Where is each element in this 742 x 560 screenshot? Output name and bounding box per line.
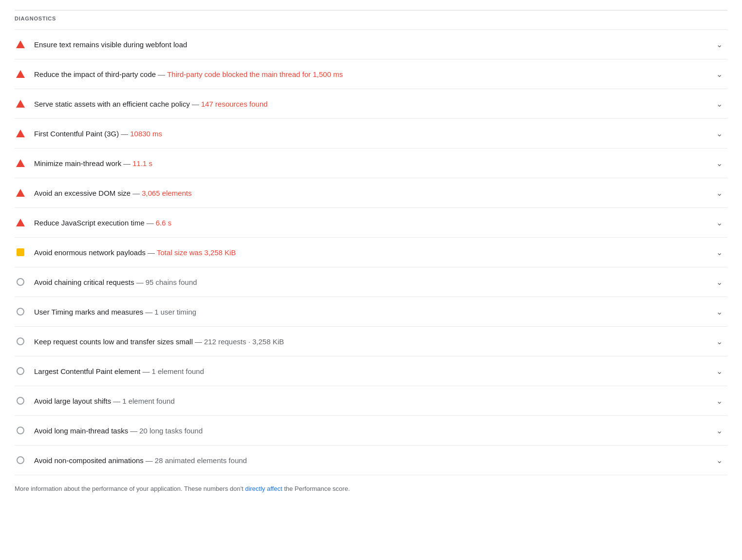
square-orange-icon-network-payloads [15,246,26,258]
chevron-icon-critical-requests[interactable]: ⌄ [716,278,723,287]
diagnostic-text-user-timing: User Timing marks and measures — 1 user … [34,308,196,316]
diagnostic-text-network-payloads: Avoid enormous network payloads — Total … [34,248,236,257]
triangle-red-icon-js-execution [15,217,26,228]
diagnostic-item-user-timing[interactable]: User Timing marks and measures — 1 user … [15,297,727,327]
footer-text-after: the Performance score. [282,485,350,492]
diagnostic-left-lcp: Largest Contentful Paint element — 1 ele… [15,365,708,377]
circle-gray-icon-lcp [15,365,26,377]
footer-link[interactable]: directly affect [245,485,282,492]
chevron-icon-main-thread[interactable]: ⌄ [716,159,723,168]
diagnostic-item-layout-shifts[interactable]: Avoid large layout shifts — 1 element fo… [15,386,727,416]
chevron-icon-request-counts[interactable]: ⌄ [716,337,723,346]
chevron-icon-webfont[interactable]: ⌄ [716,40,723,49]
diagnostic-label-layout-shifts: Avoid large layout shifts [34,397,111,405]
diagnostic-detail-network-payloads: Total size was 3,258 KiB [157,248,236,257]
diagnostic-label-lcp: Largest Contentful Paint element [34,367,140,375]
diagnostic-text-lcp: Largest Contentful Paint element — 1 ele… [34,367,204,375]
diagnostic-item-fcp[interactable]: First Contentful Paint (3G) — 10830 ms⌄ [15,119,727,149]
diagnostic-label-dom-size: Avoid an excessive DOM size [34,189,130,197]
diagnostic-item-main-thread[interactable]: Minimize main-thread work — 11.1 s⌄ [15,149,727,178]
chevron-icon-js-execution[interactable]: ⌄ [716,218,723,227]
diagnostic-separator-cache: — [192,100,199,108]
diagnostic-left-webfont: Ensure text remains visible during webfo… [15,38,708,50]
diagnostic-text-fcp: First Contentful Paint (3G) — 10830 ms [34,130,162,138]
diagnostic-detail-cache: 147 resources found [201,100,268,108]
diagnostic-left-third-party: Reduce the impact of third-party code — … [15,68,708,80]
triangle-red-icon-main-thread [15,157,26,169]
diagnostic-item-animations[interactable]: Avoid non-composited animations — 28 ani… [15,446,727,475]
triangle-red-icon-webfont [15,38,26,50]
diagnostics-section: DIAGNOSTICS Ensure text remains visible … [15,10,727,494]
diagnostic-separator-lcp: — [142,367,149,375]
diagnostic-left-user-timing: User Timing marks and measures — 1 user … [15,306,708,317]
diagnostic-separator-third-party: — [158,70,165,78]
diagnostic-detail-fcp: 10830 ms [130,130,162,138]
diagnostic-item-third-party[interactable]: Reduce the impact of third-party code — … [15,59,727,89]
diagnostic-item-dom-size[interactable]: Avoid an excessive DOM size — 3,065 elem… [15,178,727,208]
triangle-red-icon-third-party [15,68,26,80]
diagnostic-list: Ensure text remains visible during webfo… [15,29,727,475]
diagnostic-detail-animations: 28 animated elements found [155,456,247,465]
diagnostic-left-critical-requests: Avoid chaining critical requests — 95 ch… [15,276,708,288]
footer-text: More information about the performance o… [15,484,727,494]
section-title: DIAGNOSTICS [15,10,727,25]
diagnostic-label-user-timing: User Timing marks and measures [34,308,143,316]
diagnostic-separator-main-thread: — [123,159,130,168]
diagnostic-label-network-payloads: Avoid enormous network payloads [34,248,146,257]
diagnostic-separator-critical-requests: — [136,278,144,286]
diagnostic-separator-long-tasks: — [130,427,137,435]
circle-gray-icon-critical-requests [15,276,26,288]
diagnostic-separator-user-timing: — [145,308,152,316]
diagnostic-item-network-payloads[interactable]: Avoid enormous network payloads — Total … [15,238,727,267]
diagnostic-separator-request-counts: — [195,337,202,346]
diagnostic-left-network-payloads: Avoid enormous network payloads — Total … [15,246,708,258]
diagnostic-label-cache: Serve static assets with an efficient ca… [34,100,190,108]
diagnostic-detail-lcp: 1 element found [151,367,204,375]
diagnostic-left-animations: Avoid non-composited animations — 28 ani… [15,454,708,466]
chevron-icon-lcp[interactable]: ⌄ [716,367,723,376]
diagnostic-text-webfont: Ensure text remains visible during webfo… [34,40,187,49]
diagnostic-separator-fcp: — [121,130,128,138]
diagnostic-item-js-execution[interactable]: Reduce JavaScript execution time — 6.6 s… [15,208,727,238]
diagnostic-text-third-party: Reduce the impact of third-party code — … [34,70,343,78]
diagnostic-text-js-execution: Reduce JavaScript execution time — 6.6 s [34,219,171,227]
chevron-icon-network-payloads[interactable]: ⌄ [716,248,723,257]
diagnostic-detail-third-party: Third-party code blocked the main thread… [167,70,343,78]
diagnostic-label-js-execution: Reduce JavaScript execution time [34,219,145,227]
chevron-icon-cache[interactable]: ⌄ [716,99,723,109]
diagnostic-detail-user-timing: 1 user timing [154,308,196,316]
chevron-icon-dom-size[interactable]: ⌄ [716,188,723,198]
diagnostic-left-js-execution: Reduce JavaScript execution time — 6.6 s [15,217,708,228]
diagnostic-separator-animations: — [146,456,153,465]
chevron-icon-layout-shifts[interactable]: ⌄ [716,396,723,406]
diagnostic-separator-js-execution: — [147,219,154,227]
diagnostic-text-request-counts: Keep request counts low and transfer siz… [34,337,284,346]
diagnostic-detail-layout-shifts: 1 element found [122,397,175,405]
triangle-red-icon-fcp [15,128,26,139]
diagnostic-label-webfont: Ensure text remains visible during webfo… [34,40,187,49]
diagnostic-text-critical-requests: Avoid chaining critical requests — 95 ch… [34,278,197,286]
diagnostic-separator-network-payloads: — [148,248,155,257]
diagnostic-left-dom-size: Avoid an excessive DOM size — 3,065 elem… [15,187,708,199]
chevron-icon-user-timing[interactable]: ⌄ [716,307,723,317]
chevron-icon-fcp[interactable]: ⌄ [716,129,723,138]
diagnostic-item-request-counts[interactable]: Keep request counts low and transfer siz… [15,327,727,356]
diagnostic-item-lcp[interactable]: Largest Contentful Paint element — 1 ele… [15,356,727,386]
triangle-red-icon-dom-size [15,187,26,199]
diagnostic-detail-critical-requests: 95 chains found [146,278,197,286]
footer-text-before: More information about the performance o… [15,485,245,492]
diagnostic-item-critical-requests[interactable]: Avoid chaining critical requests — 95 ch… [15,267,727,297]
chevron-icon-animations[interactable]: ⌄ [716,456,723,465]
diagnostic-text-layout-shifts: Avoid large layout shifts — 1 element fo… [34,397,175,405]
diagnostic-left-cache: Serve static assets with an efficient ca… [15,98,708,110]
diagnostic-item-cache[interactable]: Serve static assets with an efficient ca… [15,89,727,119]
circle-gray-icon-user-timing [15,306,26,317]
diagnostic-text-long-tasks: Avoid long main-thread tasks — 20 long t… [34,427,203,435]
chevron-icon-third-party[interactable]: ⌄ [716,70,723,79]
diagnostic-detail-main-thread: 11.1 s [132,159,152,168]
diagnostic-item-webfont[interactable]: Ensure text remains visible during webfo… [15,30,727,59]
diagnostic-text-main-thread: Minimize main-thread work — 11.1 s [34,159,152,168]
chevron-icon-long-tasks[interactable]: ⌄ [716,426,723,435]
diagnostic-item-long-tasks[interactable]: Avoid long main-thread tasks — 20 long t… [15,416,727,446]
diagnostic-detail-js-execution: 6.6 s [156,219,172,227]
